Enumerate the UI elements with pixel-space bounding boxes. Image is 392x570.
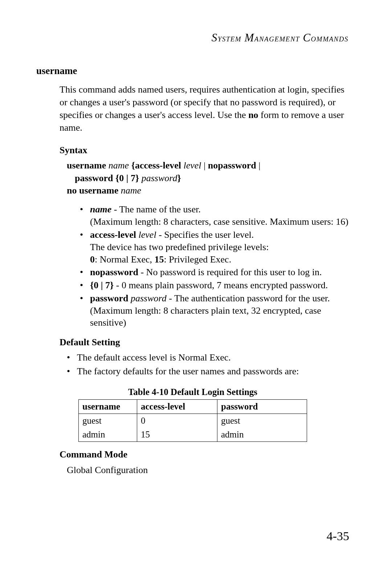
param-desc: 0 means plain password, 7 means encrypte… bbox=[122, 280, 328, 290]
syntax-heading: Syntax bbox=[60, 145, 349, 156]
default-setting-list: The default access level is Normal Exec.… bbox=[67, 351, 349, 378]
param-kw: access-level bbox=[90, 229, 136, 240]
syntax-arg-name: name bbox=[109, 160, 129, 171]
param-kw: name bbox=[90, 204, 111, 215]
param-sep: - bbox=[167, 293, 174, 304]
table-header: password bbox=[217, 399, 307, 414]
section-title: username bbox=[36, 65, 349, 77]
param-level-0: 0 bbox=[90, 254, 95, 265]
param-desc-line2: The device has two predefined privilege … bbox=[90, 242, 269, 252]
param-level-15: 15 bbox=[155, 254, 164, 265]
syntax-grp-07: {0 | 7} bbox=[115, 173, 139, 183]
syntax-arg-password: password bbox=[142, 173, 177, 183]
syntax-arg-name-2: name bbox=[121, 185, 141, 196]
intro-paragraph: This command adds named users, requires … bbox=[60, 83, 349, 134]
table-cell: 15 bbox=[137, 428, 217, 442]
syntax-arg-level: level bbox=[183, 160, 201, 171]
table-caption: Table 4-10 Default Login Settings bbox=[36, 387, 349, 397]
table-header: access-level bbox=[137, 399, 217, 414]
default-setting-item: The default access level is Normal Exec. bbox=[67, 351, 349, 364]
page: System Management Commands username This… bbox=[0, 0, 392, 570]
param-desc: The authentication password for the user… bbox=[174, 293, 330, 304]
syntax-pipe-2: | bbox=[258, 160, 260, 171]
command-mode-value: Global Configuration bbox=[67, 464, 349, 476]
param-kw: password bbox=[90, 293, 128, 304]
syntax-line-3: no username name bbox=[67, 184, 349, 197]
param-name: name - The name of the user. (Maximum le… bbox=[80, 203, 349, 228]
syntax-line-2: password {0 | 7} password} bbox=[67, 172, 349, 184]
param-sep: - bbox=[111, 204, 119, 215]
intro-bold-no: no bbox=[248, 110, 258, 120]
param-sep: - bbox=[114, 280, 122, 290]
syntax-kw-access-level: access-level bbox=[135, 160, 181, 171]
syntax-kw-no-username: no username bbox=[67, 185, 118, 196]
param-nopassword: nopassword - No password is required for… bbox=[80, 266, 349, 278]
syntax-kw-password: password bbox=[75, 173, 113, 183]
param-desc: Specifies the user level. bbox=[164, 229, 254, 240]
param-level-0-txt: : Normal Exec, bbox=[95, 254, 155, 265]
param-sep: - bbox=[138, 267, 146, 277]
default-login-table: username access-level password guest 0 g… bbox=[78, 399, 307, 442]
syntax-line-1: username name {access-level level | nopa… bbox=[67, 159, 349, 172]
param-kw: nopassword bbox=[90, 267, 138, 277]
param-desc-line2: (Maximum length: 8 characters, case sens… bbox=[90, 216, 348, 227]
param-desc: The name of the user. bbox=[119, 204, 201, 215]
syntax-kw-nopassword: nopassword bbox=[208, 160, 256, 171]
table-row: guest 0 guest bbox=[79, 414, 307, 428]
param-desc-line2: (Maximum length: 8 characters plain text… bbox=[90, 305, 321, 328]
param-access-level: access-level level - Specifies the user … bbox=[80, 229, 349, 265]
table-cell: admin bbox=[79, 428, 137, 442]
param-password: password password - The authentication p… bbox=[80, 292, 349, 329]
default-setting-heading: Default Setting bbox=[60, 337, 349, 348]
default-setting-item: The factory defaults for the user names … bbox=[67, 365, 349, 378]
syntax-pipe-1: | bbox=[204, 160, 208, 171]
table-header-row: username access-level password bbox=[79, 399, 307, 414]
param-arg: password bbox=[131, 293, 167, 304]
syntax-kw-username: username bbox=[67, 160, 106, 171]
param-desc: No password is required for this user to… bbox=[146, 267, 322, 277]
param-level-15-txt: : Privileged Exec. bbox=[164, 254, 232, 265]
param-kw: {0 | 7} bbox=[90, 280, 114, 290]
param-sep: - bbox=[156, 229, 164, 240]
table-cell: admin bbox=[217, 428, 307, 442]
command-mode-heading: Command Mode bbox=[60, 449, 349, 460]
param-list: name - The name of the user. (Maximum le… bbox=[80, 203, 349, 329]
param-arg: level bbox=[139, 229, 156, 240]
page-number: 4-35 bbox=[327, 529, 349, 543]
syntax-block: username name {access-level level | nopa… bbox=[67, 159, 349, 197]
syntax-brace-close: } bbox=[177, 173, 181, 183]
param-07: {0 | 7} - 0 means plain password, 7 mean… bbox=[80, 279, 349, 292]
table-cell: guest bbox=[217, 414, 307, 428]
table-row: admin 15 admin bbox=[79, 428, 307, 442]
running-head: System Management Commands bbox=[36, 31, 349, 44]
syntax-brace-open: { bbox=[131, 160, 135, 171]
table-cell: guest bbox=[79, 414, 137, 428]
table-cell: 0 bbox=[137, 414, 217, 428]
table-header: username bbox=[79, 399, 137, 414]
